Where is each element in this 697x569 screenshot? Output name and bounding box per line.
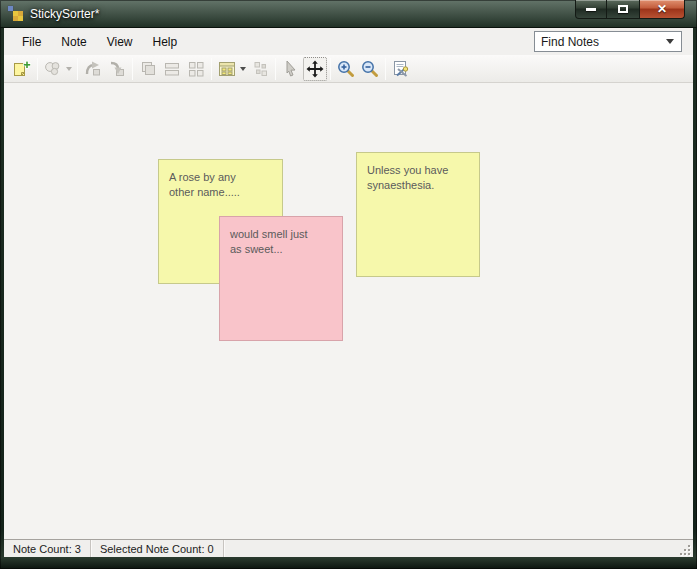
bring-forward-icon (81, 57, 105, 81)
menu-view[interactable]: View (97, 31, 143, 53)
chevron-down-icon (66, 67, 72, 71)
close-icon: ✕ (657, 3, 667, 15)
minimize-button[interactable] (575, 0, 607, 19)
sticky-note[interactable]: would smell just as sweet... (219, 216, 343, 341)
app-icon (8, 6, 23, 21)
menu-bar: File Note View Help Find Notes (4, 28, 693, 55)
find-notes-combobox[interactable]: Find Notes (534, 31, 682, 52)
toolbar-separator (275, 58, 276, 80)
maximize-button[interactable] (607, 0, 639, 19)
resize-grip[interactable] (679, 544, 690, 555)
send-backward-icon (105, 57, 129, 81)
add-note-icon[interactable] (10, 57, 34, 81)
toolbar-separator (132, 58, 133, 80)
sticky-note[interactable]: Unless you have synaesthesia. (356, 152, 480, 277)
toolbar-separator (77, 58, 78, 80)
zoom-out-icon[interactable] (358, 57, 382, 81)
canvas[interactable]: A rose by any other name.....would smell… (4, 83, 693, 539)
note-tools-icon[interactable] (389, 57, 413, 81)
table-view-icon[interactable] (215, 57, 248, 81)
app-window: StickySorter* ✕ File Note View Help Find… (0, 0, 697, 569)
note-count-status: Note Count: 3 (4, 540, 91, 557)
toolbar (4, 55, 693, 83)
arrange-rows-icon (160, 57, 184, 81)
arrange-grid-icon (184, 57, 208, 81)
close-button[interactable]: ✕ (639, 0, 685, 19)
window-title: StickySorter* (30, 7, 99, 21)
window-controls: ✕ (575, 0, 685, 19)
stack-notes-icon (136, 57, 160, 81)
group-notes-icon (41, 57, 74, 81)
toolbar-separator (211, 58, 212, 80)
title-bar[interactable]: StickySorter* ✕ (0, 0, 697, 28)
chevron-down-icon (240, 67, 246, 71)
selected-note-count-status: Selected Note Count: 0 (91, 540, 224, 557)
client-area: File Note View Help Find Notes (4, 28, 693, 557)
zoom-in-icon[interactable] (334, 57, 358, 81)
menu-help[interactable]: Help (143, 31, 188, 53)
status-bar: Note Count: 3 Selected Note Count: 0 (4, 539, 693, 557)
minimize-icon (586, 8, 596, 11)
menu-file[interactable]: File (12, 31, 51, 53)
toolbar-separator (385, 58, 386, 80)
chevron-down-icon (666, 39, 674, 44)
toolbar-separator (330, 58, 331, 80)
find-notes-value: Find Notes (541, 35, 599, 49)
pan-tool-icon[interactable] (303, 57, 327, 81)
toolbar-separator (37, 58, 38, 80)
scatter-view-icon (248, 57, 272, 81)
menu-note[interactable]: Note (51, 31, 96, 53)
select-tool-icon (279, 57, 303, 81)
maximize-icon (618, 5, 628, 13)
